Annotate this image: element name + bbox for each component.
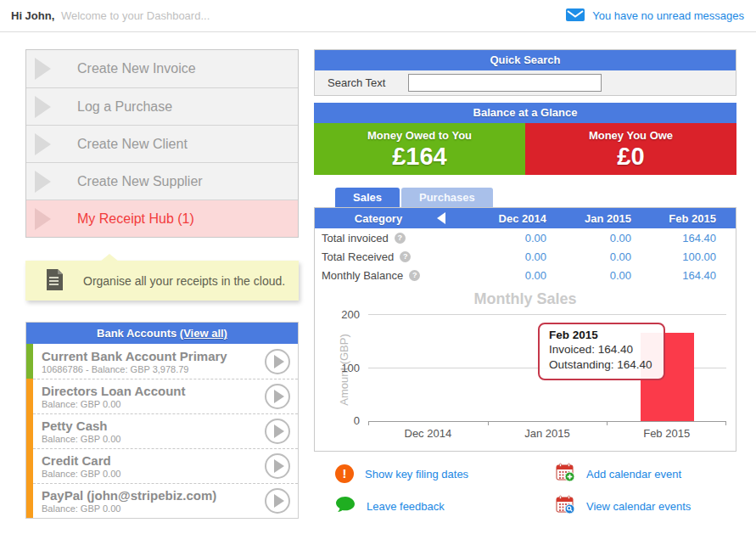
account-balance: 10686786 - Balance: GBP 3,978.79 — [42, 364, 265, 374]
chart-tooltip: Feb 2015 Invoiced: 164.40 Outstanding: 1… — [538, 323, 665, 380]
tab-purchases[interactable]: Purchases — [401, 188, 493, 207]
greeting-name: Hi John, — [11, 9, 54, 22]
help-icon[interactable]: ? — [395, 233, 406, 244]
account-status-stripe — [26, 483, 33, 518]
open-account-button[interactable] — [265, 349, 290, 374]
table-row: Total Received ? 0.00 0.00 100.00 — [315, 247, 736, 266]
create-new-invoice-button[interactable]: Create New Invoice — [26, 50, 298, 87]
monthly-sales-chart: Monthly Sales Amount (GBP) 200 100 0 Dec… — [315, 284, 736, 451]
tooltip-invoiced: Invoiced: 164.40 — [549, 342, 655, 357]
cell-value[interactable]: 100.00 — [631, 250, 716, 263]
open-account-button[interactable] — [265, 488, 290, 514]
arrow-right-icon — [35, 58, 51, 80]
cell-value[interactable]: 164.40 — [631, 232, 716, 245]
month-header: Jan 2015 — [546, 212, 631, 225]
action-label: Create New Supplier — [77, 174, 203, 189]
open-account-button[interactable] — [265, 453, 290, 479]
calendar-add-icon — [556, 463, 575, 485]
tooltip-title: Feb 2015 — [549, 329, 655, 341]
leave-feedback-link[interactable]: Leave feedback — [335, 495, 556, 517]
bank-account-row: Petty Cash Balance: GBP 0.00 — [26, 413, 298, 448]
account-status-stripe — [26, 379, 33, 413]
sales-purchases-tabs: Sales Purchases — [335, 188, 736, 207]
open-account-button[interactable] — [265, 419, 290, 444]
link-label: Show key filing dates — [365, 468, 468, 481]
play-icon — [274, 424, 284, 438]
bank-account-row: Current Bank Account Primary 10686786 - … — [26, 344, 298, 379]
help-icon[interactable]: ? — [400, 251, 411, 262]
play-icon — [274, 459, 284, 473]
y-tick-label: 200 — [341, 308, 360, 321]
add-calendar-event-link[interactable]: Add calendar event — [556, 463, 736, 485]
account-name: Petty Cash — [42, 419, 265, 433]
account-status-stripe — [26, 344, 33, 379]
my-receipt-hub-button[interactable]: My Receipt Hub (1) — [26, 200, 298, 237]
cell-value[interactable]: 0.00 — [546, 269, 631, 282]
greeting: Hi John, Welcome to your Dashboard... — [11, 9, 210, 22]
cell-value[interactable]: 0.00 — [462, 250, 546, 263]
show-key-filing-dates-link[interactable]: ! Show key filing dates — [335, 463, 556, 485]
cell-value[interactable]: 164.40 — [631, 269, 716, 282]
feedback-bubble-icon — [335, 496, 356, 516]
arrow-right-icon — [35, 208, 51, 230]
chart-plot-area: 200 100 0 Dec 2014 Jan 2015 Feb 2015 Feb… — [368, 314, 726, 422]
action-label: Create New Invoice — [77, 61, 196, 76]
row-label: Monthly Balance — [322, 269, 403, 282]
x-tick — [368, 421, 369, 425]
table-row: Monthly Balance ? 0.00 0.00 164.40 — [315, 266, 736, 284]
action-label: My Receipt Hub (1) — [77, 211, 194, 227]
account-balance: Balance: GBP 0.00 — [42, 503, 265, 514]
money-owed-value: £164 — [314, 143, 525, 171]
money-you-owe: Money You Owe £0 — [525, 123, 736, 175]
search-label: Search Text — [328, 76, 385, 89]
account-balance: Balance: GBP 0.00 — [42, 434, 265, 444]
chart-title: Monthly Sales — [315, 284, 736, 308]
top-bar: Hi John, Welcome to your Dashboard... Yo… — [0, 0, 756, 32]
sales-panel: Category Dec 2014 Jan 2015 Feb 2015 Tota… — [314, 207, 736, 452]
cell-value[interactable]: 0.00 — [462, 269, 546, 282]
money-owe-label: Money You Owe — [525, 123, 736, 142]
y-tick-label: 100 — [341, 362, 360, 374]
scroll-months-back-icon[interactable] — [437, 212, 445, 224]
x-tick-label: Feb 2015 — [607, 427, 726, 440]
messages-link[interactable]: You have no unread messages — [566, 8, 744, 24]
view-calendar-events-link[interactable]: View calendar events — [556, 495, 736, 517]
document-icon — [46, 269, 64, 293]
x-tick — [488, 421, 489, 425]
right-column: Quick Search Search Text Balance at a Gl… — [314, 49, 736, 517]
account-status-stripe — [26, 448, 33, 483]
play-icon — [274, 494, 284, 508]
note-text: Organise all your receipts in the cloud. — [83, 274, 285, 288]
month-header: Feb 2015 — [631, 212, 716, 225]
link-label: View calendar events — [586, 500, 691, 513]
bank-account-row: Directors Loan Account Balance: GBP 0.00 — [26, 379, 298, 413]
link-label: Add calendar event — [586, 468, 681, 481]
tab-sales[interactable]: Sales — [335, 188, 400, 207]
x-tick-label: Jan 2015 — [488, 427, 608, 440]
messages-label: You have no unread messages — [592, 9, 744, 22]
arrow-right-icon — [35, 133, 51, 155]
create-new-supplier-button[interactable]: Create New Supplier — [26, 162, 298, 200]
link-label: Leave feedback — [367, 500, 445, 513]
bank-accounts-title: Bank Accounts — [97, 327, 176, 340]
cell-value[interactable]: 0.00 — [546, 232, 631, 245]
view-all-link[interactable]: (View all) — [180, 327, 227, 340]
account-name: PayPal (john@stripebiz.com) — [42, 488, 265, 503]
search-input[interactable] — [408, 74, 602, 92]
cell-value[interactable]: 0.00 — [462, 232, 546, 245]
account-balance: Balance: GBP 0.00 — [42, 469, 265, 479]
envelope-icon — [566, 8, 585, 24]
account-name: Credit Card — [42, 453, 265, 468]
help-icon[interactable]: ? — [409, 270, 420, 281]
create-new-client-button[interactable]: Create New Client — [26, 125, 298, 162]
row-label: Total invoiced — [322, 232, 389, 245]
cell-value[interactable]: 0.00 — [546, 250, 631, 263]
bank-accounts-header: Bank Accounts (View all) — [26, 323, 298, 344]
arrow-right-icon — [35, 96, 51, 118]
row-label: Total Received — [322, 250, 394, 263]
arrow-right-icon — [35, 171, 51, 193]
account-name: Directors Loan Account — [42, 384, 265, 398]
money-owed-label: Money Owed to You — [314, 123, 525, 142]
log-a-purchase-button[interactable]: Log a Purchase — [26, 87, 298, 125]
open-account-button[interactable] — [265, 384, 290, 409]
